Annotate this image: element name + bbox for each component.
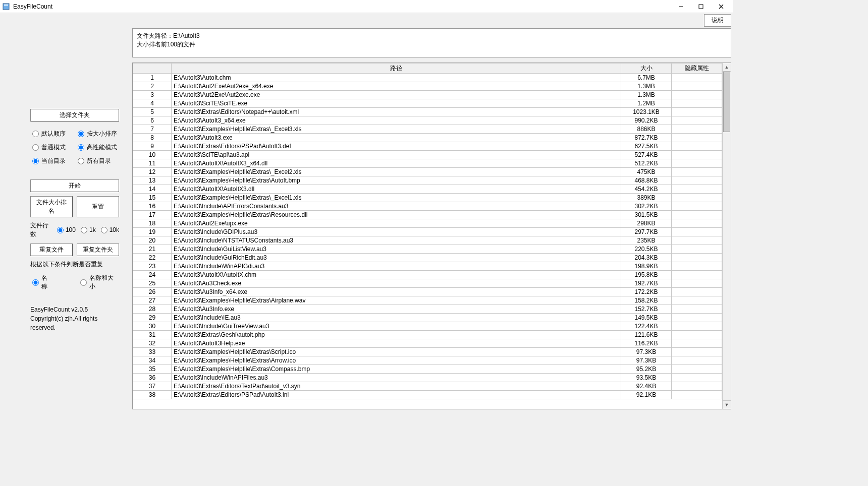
table-row[interactable]: 26E:\AutoIt3\Au3Info_x64.exe172.2KB bbox=[133, 288, 722, 296]
dir-all-radio[interactable]: 所有目录 bbox=[78, 157, 111, 165]
cell-index: 30 bbox=[133, 322, 172, 331]
cell-size: 172.2KB bbox=[621, 288, 672, 296]
col-hidden[interactable]: 隐藏属性 bbox=[672, 64, 722, 74]
cell-size: 297.7KB bbox=[621, 228, 672, 236]
cell-path: E:\AutoIt3\Extras\Editors\Notepad++\auto… bbox=[172, 108, 621, 116]
cell-index: 19 bbox=[133, 228, 172, 236]
dup-files-button[interactable]: 重复文件 bbox=[30, 244, 73, 256]
cell-path: E:\AutoIt3\Extras\Editors\PSPad\AutoIt3.… bbox=[172, 142, 621, 151]
table-row[interactable]: 18E:\AutoIt3\Aut2Exe\upx.exe298KB bbox=[133, 219, 722, 228]
table-row[interactable]: 10E:\AutoIt3\SciTE\api\au3.api527.4KB bbox=[133, 151, 722, 159]
cell-hidden bbox=[672, 91, 722, 99]
table-row[interactable]: 25E:\AutoIt3\Au3Check.exe192.7KB bbox=[133, 279, 722, 288]
cell-hidden bbox=[672, 185, 722, 194]
table-row[interactable]: 34E:\AutoIt3\Examples\Helpfile\Extras\Ar… bbox=[133, 356, 722, 365]
table-row[interactable]: 29E:\AutoIt3\Include\IE.au3149.5KB bbox=[133, 314, 722, 322]
cell-size: 121.6KB bbox=[621, 331, 672, 339]
sort-default-radio[interactable]: 默认顺序 bbox=[32, 130, 66, 138]
select-folder-button[interactable]: 选择文件夹 bbox=[30, 109, 119, 122]
sort-size-radio[interactable]: 按大小排序 bbox=[78, 130, 117, 138]
cell-size: 122.4KB bbox=[621, 322, 672, 331]
mode-perf-radio[interactable]: 高性能模式 bbox=[78, 143, 117, 152]
help-button[interactable]: 说明 bbox=[704, 14, 731, 27]
cell-path: E:\AutoIt3\Examples\Helpfile\Extras\Auto… bbox=[172, 176, 621, 185]
window-controls bbox=[671, 1, 731, 13]
col-size[interactable]: 大小 bbox=[621, 64, 672, 74]
table-row[interactable]: 37E:\AutoIt3\Extras\Editors\TextPad\auto… bbox=[133, 382, 722, 391]
cond-name-size-radio[interactable]: 名称和大小 bbox=[80, 274, 119, 291]
table-row[interactable]: 20E:\AutoIt3\Include\NTSTATUSConstants.a… bbox=[133, 236, 722, 245]
table-row[interactable]: 30E:\AutoIt3\Include\GuiTreeView.au3122.… bbox=[133, 322, 722, 331]
close-button[interactable] bbox=[711, 1, 731, 13]
table-row[interactable]: 35E:\AutoIt3\Examples\Helpfile\Extras\Co… bbox=[133, 365, 722, 374]
cell-index: 29 bbox=[133, 314, 172, 322]
table-row[interactable]: 8E:\AutoIt3\AutoIt3.exe872.7KB bbox=[133, 134, 722, 142]
cell-path: E:\AutoIt3\Examples\Helpfile\Extras\Airp… bbox=[172, 296, 621, 305]
table-row[interactable]: 33E:\AutoIt3\Examples\Helpfile\Extras\Sc… bbox=[133, 348, 722, 356]
table-row[interactable]: 19E:\AutoIt3\Include\GDIPlus.au3297.7KB bbox=[133, 228, 722, 236]
scroll-thumb[interactable] bbox=[723, 72, 730, 132]
dir-current-radio[interactable]: 当前目录 bbox=[32, 157, 66, 165]
table-row[interactable]: 16E:\AutoIt3\Include\APIErrorsConstants.… bbox=[133, 202, 722, 211]
rank-size-button[interactable]: 文件大小排名 bbox=[30, 196, 73, 217]
scroll-up-icon[interactable]: ▲ bbox=[723, 63, 731, 72]
table-row[interactable]: 32E:\AutoIt3\AutoIt3Help.exe116.2KB bbox=[133, 339, 722, 348]
cell-hidden bbox=[672, 331, 722, 339]
table-row[interactable]: 12E:\AutoIt3\Examples\Helpfile\Extras\_E… bbox=[133, 168, 722, 176]
start-button[interactable]: 开始 bbox=[30, 179, 119, 192]
table-row[interactable]: 3E:\AutoIt3\Aut2Exe\Aut2exe.exe1.3MB bbox=[133, 91, 722, 99]
table-row[interactable]: 5E:\AutoIt3\Extras\Editors\Notepad++\aut… bbox=[133, 108, 722, 116]
reset-button[interactable]: 重置 bbox=[77, 196, 119, 217]
scroll-down-icon[interactable]: ▼ bbox=[723, 400, 731, 409]
table-row[interactable]: 1E:\AutoIt3\AutoIt.chm6.7MB bbox=[133, 74, 722, 82]
cell-hidden bbox=[672, 348, 722, 356]
table-row[interactable]: 2E:\AutoIt3\Aut2Exe\Aut2exe_x64.exe1.3MB bbox=[133, 82, 722, 91]
rows-10k-radio[interactable]: 10k bbox=[101, 226, 119, 233]
table-row[interactable]: 14E:\AutoIt3\AutoItX\AutoItX3.dll454.2KB bbox=[133, 185, 722, 194]
cell-index: 27 bbox=[133, 296, 172, 305]
table-row[interactable]: 6E:\AutoIt3\AutoIt3_x64.exe990.2KB bbox=[133, 116, 722, 125]
cell-size: 93.5KB bbox=[621, 374, 672, 382]
cell-hidden bbox=[672, 74, 722, 82]
table-row[interactable]: 22E:\AutoIt3\Include\GuiRichEdit.au3204.… bbox=[133, 254, 722, 262]
table-row[interactable]: 24E:\AutoIt3\AutoItX\AutoItX.chm195.8KB bbox=[133, 271, 722, 279]
table-row[interactable]: 9E:\AutoIt3\Extras\Editors\PSPad\AutoIt3… bbox=[133, 142, 722, 151]
minimize-button[interactable] bbox=[671, 1, 691, 13]
cell-path: E:\AutoIt3\Extras\Geshi\autoit.php bbox=[172, 331, 621, 339]
table-row[interactable]: 15E:\AutoIt3\Examples\Helpfile\Extras\_E… bbox=[133, 194, 722, 202]
table-row[interactable]: 7E:\AutoIt3\Examples\Helpfile\Extras\_Ex… bbox=[133, 125, 722, 134]
table-row[interactable]: 28E:\AutoIt3\Au3Info.exe152.7KB bbox=[133, 305, 722, 314]
table-row[interactable]: 13E:\AutoIt3\Examples\Helpfile\Extras\Au… bbox=[133, 176, 722, 185]
col-path[interactable]: 路径 bbox=[172, 64, 621, 74]
rows-1k-radio[interactable]: 1k bbox=[81, 226, 96, 233]
cell-index: 17 bbox=[133, 211, 172, 219]
cell-size: 302.2KB bbox=[621, 202, 672, 211]
cell-hidden bbox=[672, 305, 722, 314]
table-row[interactable]: 27E:\AutoIt3\Examples\Helpfile\Extras\Ai… bbox=[133, 296, 722, 305]
cell-size: 298KB bbox=[621, 219, 672, 228]
table-row[interactable]: 4E:\AutoIt3\SciTE\SciTE.exe1.2MB bbox=[133, 99, 722, 108]
cell-size: 195.8KB bbox=[621, 271, 672, 279]
cell-size: 149.5KB bbox=[621, 314, 672, 322]
cell-size: 1023.1KB bbox=[621, 108, 672, 116]
table-row[interactable]: 36E:\AutoIt3\Include\WinAPIFiles.au393.5… bbox=[133, 374, 722, 382]
cell-index: 15 bbox=[133, 194, 172, 202]
mode-normal-radio[interactable]: 普通模式 bbox=[32, 143, 66, 152]
dup-folders-button[interactable]: 重复文件夹 bbox=[77, 244, 119, 256]
rows-100-radio[interactable]: 100 bbox=[57, 226, 76, 233]
table-row[interactable]: 38E:\AutoIt3\Extras\Editors\PSPad\AutoIt… bbox=[133, 391, 722, 399]
cell-index: 37 bbox=[133, 382, 172, 391]
vertical-scrollbar[interactable]: ▲ ▼ bbox=[722, 63, 731, 409]
table-row[interactable]: 31E:\AutoIt3\Extras\Geshi\autoit.php121.… bbox=[133, 331, 722, 339]
maximize-button[interactable] bbox=[691, 1, 711, 13]
cell-hidden bbox=[672, 194, 722, 202]
cell-hidden bbox=[672, 271, 722, 279]
cond-name-radio[interactable]: 名称 bbox=[32, 274, 53, 291]
table-row[interactable]: 21E:\AutoIt3\Include\GuiListView.au3220.… bbox=[133, 245, 722, 254]
table-row[interactable]: 17E:\AutoIt3\Examples\Helpfile\Extras\Re… bbox=[133, 211, 722, 219]
col-index[interactable] bbox=[133, 64, 172, 74]
table-row[interactable]: 11E:\AutoIt3\AutoItX\AutoItX3_x64.dll512… bbox=[133, 159, 722, 168]
cell-index: 24 bbox=[133, 271, 172, 279]
table-row[interactable]: 23E:\AutoIt3\Include\WinAPIGdi.au3198.9K… bbox=[133, 262, 722, 271]
cell-hidden bbox=[672, 228, 722, 236]
